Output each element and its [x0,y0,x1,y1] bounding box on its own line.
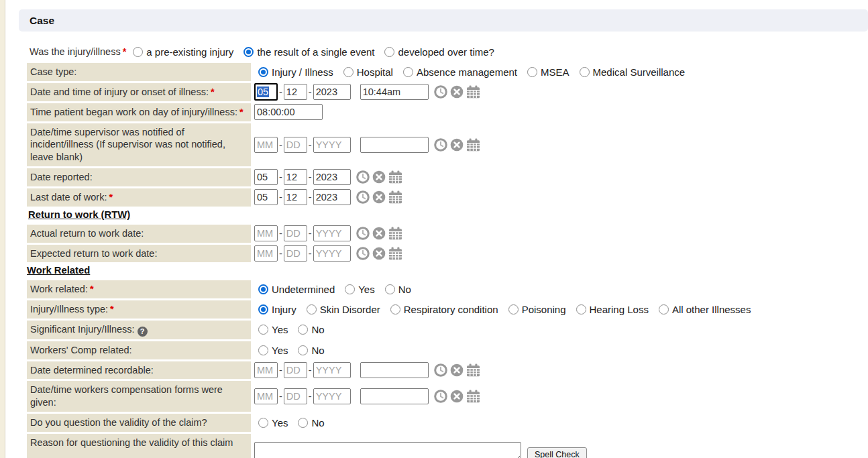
radio-option-poisoning[interactable]: Poisoning [508,304,566,315]
radio-icon[interactable] [384,47,394,57]
clear-icon[interactable] [372,190,386,204]
radio-icon[interactable] [576,304,586,314]
clock-icon[interactable] [434,85,447,99]
lastwork-month-input[interactable] [254,189,278,205]
reported-year-input[interactable] [313,169,351,185]
radio-icon[interactable] [258,418,268,428]
comp-forms-day-input[interactable] [284,388,307,404]
calendar-icon[interactable] [388,227,402,240]
radio-icon[interactable] [298,418,308,428]
radio-option-hospital[interactable]: Hospital [343,66,393,78]
clear-icon[interactable] [450,363,464,377]
clear-icon[interactable] [372,227,386,240]
clear-icon[interactable] [450,138,464,152]
radio-icon[interactable] [508,304,519,314]
radio-option-injury-illness[interactable]: Injury / Illness [258,66,333,78]
recordable-time-input[interactable] [360,362,429,378]
expected-rtw-month-input[interactable] [254,245,278,262]
supervisor-day-input[interactable] [284,137,307,153]
radio-icon[interactable] [258,325,268,335]
injury-day-input[interactable] [284,84,307,100]
radio-icon[interactable] [298,325,308,335]
radio-icon[interactable] [343,67,354,77]
lastwork-day-input[interactable] [284,189,307,205]
radio-icon[interactable] [385,284,395,294]
clear-icon[interactable] [450,85,464,99]
supervisor-month-input[interactable] [254,137,278,153]
radio-option-undetermined[interactable]: Undetermined [258,284,335,295]
actual-rtw-year-input[interactable] [313,225,351,241]
reason-textarea[interactable] [254,442,521,458]
radio-icon-selected[interactable] [243,47,254,57]
radio-option-work-related-yes[interactable]: Yes [345,284,374,295]
clear-icon[interactable] [450,390,464,403]
radio-option-respiratory[interactable]: Respiratory condition [390,304,498,315]
clock-icon[interactable] [356,227,370,240]
clock-icon[interactable] [356,170,370,184]
clock-icon[interactable] [356,247,370,260]
supervisor-year-input[interactable] [313,137,351,153]
clear-icon[interactable] [372,170,386,184]
radio-icon[interactable] [390,304,400,314]
reported-month-input[interactable] [254,169,278,185]
radio-icon[interactable] [133,47,143,57]
calendar-icon[interactable] [466,390,480,403]
radio-option-significant-no[interactable]: No [298,324,324,335]
clock-icon[interactable] [434,138,447,152]
radio-option-single-event[interactable]: the result of a single event [243,46,374,58]
radio-option-work-related-no[interactable]: No [385,284,411,295]
radio-icon[interactable] [307,304,317,314]
radio-option-validity-no[interactable]: No [298,417,324,428]
radio-icon[interactable] [258,345,268,355]
radio-option-hearing-loss[interactable]: Hearing Loss [576,304,649,315]
clear-icon[interactable] [372,247,386,260]
comp-forms-time-input[interactable] [360,388,429,404]
recordable-day-input[interactable] [284,362,307,378]
calendar-icon[interactable] [466,138,480,152]
radio-icon[interactable] [345,284,355,294]
expected-rtw-day-input[interactable] [284,245,307,262]
spell-check-button[interactable]: Spell Check [527,447,587,458]
comp-forms-month-input[interactable] [254,388,278,404]
recordable-month-input[interactable] [254,362,278,378]
injury-time-input[interactable] [360,84,429,100]
radio-icon[interactable] [580,67,590,77]
radio-icon[interactable] [403,67,413,77]
calendar-icon[interactable] [388,190,402,204]
radio-option-medical-surveillance[interactable]: Medical Surveillance [580,66,686,78]
actual-rtw-day-input[interactable] [284,225,307,241]
clock-icon[interactable] [356,190,370,204]
calendar-icon[interactable] [388,247,402,260]
radio-option-injury[interactable]: Injury [258,304,296,315]
radio-icon[interactable] [527,67,537,77]
radio-icon[interactable] [659,304,669,314]
radio-icon-selected[interactable] [258,284,268,294]
radio-option-pre-existing[interactable]: a pre-existing injury [133,46,233,58]
help-icon[interactable]: ? [138,327,148,337]
lastwork-year-input[interactable] [313,189,351,205]
clock-icon[interactable] [434,390,447,403]
radio-option-all-other-illnesses[interactable]: All other Illnesses [659,304,751,315]
comp-forms-year-input[interactable] [313,388,351,404]
calendar-icon[interactable] [466,363,480,377]
radio-option-absence-management[interactable]: Absence management [403,66,517,78]
calendar-icon[interactable] [388,170,402,184]
radio-option-developed-over-time[interactable]: developed over time? [384,46,494,58]
radio-icon[interactable] [298,345,308,355]
radio-option-workers-comp-no[interactable]: No [298,345,324,356]
clock-icon[interactable] [434,363,447,377]
radio-option-significant-yes[interactable]: Yes [258,324,288,335]
recordable-year-input[interactable] [313,362,351,378]
injury-month-input[interactable]: 05 [254,83,278,101]
radio-icon-selected[interactable] [258,304,268,314]
radio-option-workers-comp-yes[interactable]: Yes [258,345,288,356]
time-began-input[interactable] [254,104,323,120]
radio-option-validity-yes[interactable]: Yes [258,417,288,428]
radio-icon-selected[interactable] [258,67,268,77]
reported-day-input[interactable] [284,169,307,185]
actual-rtw-month-input[interactable] [254,225,278,241]
radio-option-skin-disorder[interactable]: Skin Disorder [307,304,380,315]
radio-option-msea[interactable]: MSEA [527,66,569,78]
calendar-icon[interactable] [466,85,480,99]
expected-rtw-year-input[interactable] [313,245,351,262]
